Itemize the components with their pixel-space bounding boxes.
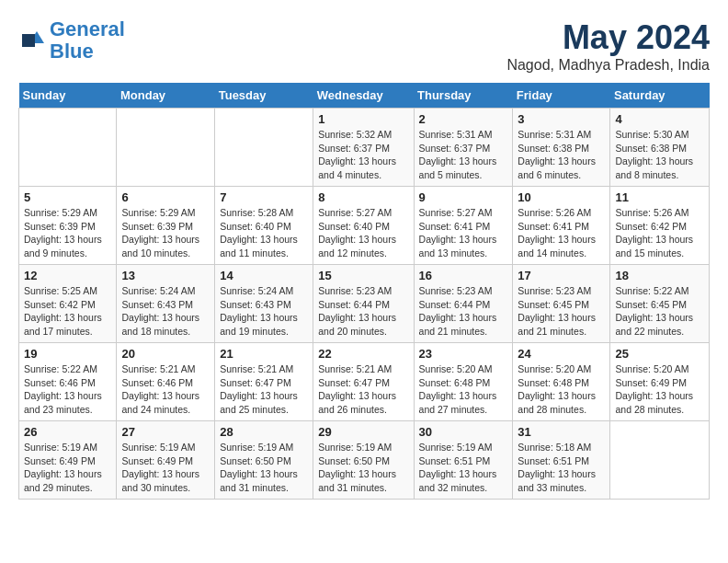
calendar-cell	[117, 109, 215, 187]
day-info: Sunrise: 5:25 AM Sunset: 6:42 PM Dayligh…	[24, 284, 111, 339]
day-info: Sunrise: 5:20 AM Sunset: 6:49 PM Dayligh…	[615, 362, 704, 417]
logo-line2: Blue	[50, 40, 94, 63]
calendar-cell: 3Sunrise: 5:31 AM Sunset: 6:38 PM Daylig…	[513, 109, 610, 187]
day-number: 21	[220, 347, 308, 361]
day-number: 19	[24, 347, 111, 361]
day-number: 13	[121, 269, 210, 282]
day-info: Sunrise: 5:28 AM Sunset: 6:40 PM Dayligh…	[220, 206, 308, 260]
day-info: Sunrise: 5:27 AM Sunset: 6:41 PM Dayligh…	[419, 206, 508, 260]
day-number: 10	[518, 190, 605, 204]
calendar-table: SundayMondayTuesdayWednesdayThursdayFrid…	[18, 83, 710, 500]
day-info: Sunrise: 5:19 AM Sunset: 6:49 PM Dayligh…	[24, 441, 111, 495]
day-info: Sunrise: 5:26 AM Sunset: 6:42 PM Dayligh…	[615, 206, 704, 260]
day-info: Sunrise: 5:29 AM Sunset: 6:39 PM Dayligh…	[121, 206, 210, 260]
day-info: Sunrise: 5:22 AM Sunset: 6:45 PM Dayligh…	[615, 284, 704, 339]
calendar-cell: 24Sunrise: 5:20 AM Sunset: 6:48 PM Dayli…	[513, 343, 610, 421]
title-block: May 2024 Nagod, Madhya Pradesh, India	[506, 18, 710, 74]
calendar-cell: 16Sunrise: 5:23 AM Sunset: 6:44 PM Dayli…	[414, 265, 513, 343]
calendar-cell: 30Sunrise: 5:19 AM Sunset: 6:51 PM Dayli…	[414, 421, 513, 500]
day-info: Sunrise: 5:26 AM Sunset: 6:41 PM Dayligh…	[518, 206, 605, 260]
day-info: Sunrise: 5:18 AM Sunset: 6:51 PM Dayligh…	[518, 441, 605, 495]
calendar-cell: 4Sunrise: 5:30 AM Sunset: 6:38 PM Daylig…	[610, 109, 710, 187]
day-number: 17	[518, 269, 605, 282]
calendar-cell	[610, 421, 710, 500]
logo-text: General Blue	[50, 18, 125, 63]
calendar-cell: 11Sunrise: 5:26 AM Sunset: 6:42 PM Dayli…	[610, 187, 710, 265]
day-number: 31	[518, 425, 605, 439]
day-number: 1	[318, 112, 408, 126]
calendar-cell: 8Sunrise: 5:27 AM Sunset: 6:40 PM Daylig…	[313, 187, 414, 265]
day-info: Sunrise: 5:31 AM Sunset: 6:37 PM Dayligh…	[419, 128, 508, 182]
day-info: Sunrise: 5:19 AM Sunset: 6:51 PM Dayligh…	[419, 441, 508, 495]
header-monday: Monday	[117, 83, 215, 109]
day-info: Sunrise: 5:22 AM Sunset: 6:46 PM Dayligh…	[24, 362, 111, 417]
calendar-cell	[19, 109, 117, 187]
day-number: 30	[419, 425, 508, 439]
day-info: Sunrise: 5:19 AM Sunset: 6:50 PM Dayligh…	[318, 441, 408, 495]
day-info: Sunrise: 5:31 AM Sunset: 6:38 PM Dayligh…	[518, 128, 605, 182]
calendar-cell: 13Sunrise: 5:24 AM Sunset: 6:43 PM Dayli…	[117, 265, 215, 343]
month-year: May 2024	[506, 18, 710, 57]
day-number: 20	[121, 347, 210, 361]
calendar-cell: 5Sunrise: 5:29 AM Sunset: 6:39 PM Daylig…	[19, 187, 117, 265]
calendar-cell: 14Sunrise: 5:24 AM Sunset: 6:43 PM Dayli…	[215, 265, 313, 343]
day-info: Sunrise: 5:23 AM Sunset: 6:45 PM Dayligh…	[518, 284, 605, 339]
day-number: 18	[615, 269, 704, 282]
day-info: Sunrise: 5:20 AM Sunset: 6:48 PM Dayligh…	[419, 362, 508, 417]
calendar-cell: 10Sunrise: 5:26 AM Sunset: 6:41 PM Dayli…	[513, 187, 610, 265]
calendar-cell: 31Sunrise: 5:18 AM Sunset: 6:51 PM Dayli…	[513, 421, 610, 500]
header-tuesday: Tuesday	[215, 83, 313, 109]
day-number: 4	[615, 112, 704, 126]
day-number: 12	[24, 269, 111, 282]
header-thursday: Thursday	[414, 83, 513, 109]
calendar-cell	[215, 109, 313, 187]
day-info: Sunrise: 5:21 AM Sunset: 6:47 PM Dayligh…	[318, 362, 408, 417]
day-info: Sunrise: 5:32 AM Sunset: 6:37 PM Dayligh…	[318, 128, 408, 182]
header-saturday: Saturday	[610, 83, 710, 109]
day-info: Sunrise: 5:19 AM Sunset: 6:49 PM Dayligh…	[121, 441, 210, 495]
day-number: 5	[24, 190, 111, 204]
calendar-cell: 25Sunrise: 5:20 AM Sunset: 6:49 PM Dayli…	[610, 343, 710, 421]
day-number: 16	[419, 269, 508, 282]
day-number: 6	[121, 190, 210, 204]
calendar-cell: 21Sunrise: 5:21 AM Sunset: 6:47 PM Dayli…	[215, 343, 313, 421]
logo-icon	[18, 27, 46, 54]
calendar-cell: 7Sunrise: 5:28 AM Sunset: 6:40 PM Daylig…	[215, 187, 313, 265]
calendar-cell: 23Sunrise: 5:20 AM Sunset: 6:48 PM Dayli…	[414, 343, 513, 421]
day-number: 14	[220, 269, 308, 282]
day-number: 11	[615, 190, 704, 204]
day-number: 7	[220, 190, 308, 204]
day-info: Sunrise: 5:29 AM Sunset: 6:39 PM Dayligh…	[24, 206, 111, 260]
calendar-cell: 26Sunrise: 5:19 AM Sunset: 6:49 PM Dayli…	[19, 421, 117, 500]
week-row-2: 5Sunrise: 5:29 AM Sunset: 6:39 PM Daylig…	[19, 187, 710, 265]
day-info: Sunrise: 5:24 AM Sunset: 6:43 PM Dayligh…	[121, 284, 210, 339]
week-row-5: 26Sunrise: 5:19 AM Sunset: 6:49 PM Dayli…	[19, 421, 710, 500]
day-info: Sunrise: 5:21 AM Sunset: 6:46 PM Dayligh…	[121, 362, 210, 417]
location: Nagod, Madhya Pradesh, India	[506, 57, 710, 74]
calendar-cell: 12Sunrise: 5:25 AM Sunset: 6:42 PM Dayli…	[19, 265, 117, 343]
day-info: Sunrise: 5:23 AM Sunset: 6:44 PM Dayligh…	[318, 284, 408, 339]
calendar-cell: 20Sunrise: 5:21 AM Sunset: 6:46 PM Dayli…	[117, 343, 215, 421]
week-row-4: 19Sunrise: 5:22 AM Sunset: 6:46 PM Dayli…	[19, 343, 710, 421]
day-info: Sunrise: 5:24 AM Sunset: 6:43 PM Dayligh…	[220, 284, 308, 339]
day-number: 9	[419, 190, 508, 204]
day-info: Sunrise: 5:21 AM Sunset: 6:47 PM Dayligh…	[220, 362, 308, 417]
calendar-cell: 27Sunrise: 5:19 AM Sunset: 6:49 PM Dayli…	[117, 421, 215, 500]
week-row-3: 12Sunrise: 5:25 AM Sunset: 6:42 PM Dayli…	[19, 265, 710, 343]
calendar-cell: 15Sunrise: 5:23 AM Sunset: 6:44 PM Dayli…	[313, 265, 414, 343]
calendar-cell: 29Sunrise: 5:19 AM Sunset: 6:50 PM Dayli…	[313, 421, 414, 500]
calendar-cell: 1Sunrise: 5:32 AM Sunset: 6:37 PM Daylig…	[313, 109, 414, 187]
header-wednesday: Wednesday	[313, 83, 414, 109]
week-row-1: 1Sunrise: 5:32 AM Sunset: 6:37 PM Daylig…	[19, 109, 710, 187]
calendar-cell: 19Sunrise: 5:22 AM Sunset: 6:46 PM Dayli…	[19, 343, 117, 421]
day-number: 3	[518, 112, 605, 126]
day-number: 25	[615, 347, 704, 361]
day-number: 8	[318, 190, 408, 204]
day-number: 15	[318, 269, 408, 282]
day-info: Sunrise: 5:19 AM Sunset: 6:50 PM Dayligh…	[220, 441, 308, 495]
page-header: General Blue May 2024 Nagod, Madhya Prad…	[18, 18, 710, 74]
day-number: 29	[318, 425, 408, 439]
day-number: 26	[24, 425, 111, 439]
calendar-cell: 2Sunrise: 5:31 AM Sunset: 6:37 PM Daylig…	[414, 109, 513, 187]
day-number: 23	[419, 347, 508, 361]
